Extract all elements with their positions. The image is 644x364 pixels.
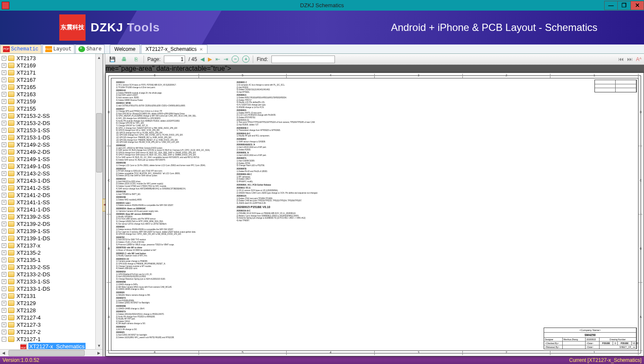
- expand-icon[interactable]: +: [2, 243, 6, 248]
- expand-icon[interactable]: +: [2, 236, 6, 241]
- scroll-left-icon[interactable]: ◀: [0, 350, 7, 357]
- copy-icon[interactable]: ⎘: [132, 55, 140, 64]
- tree-item[interactable]: +XT2141-1-DS: [2, 206, 102, 213]
- tree-item[interactable]: +XT2129: [2, 300, 102, 307]
- scroll-thumb[interactable]: [96, 113, 102, 172]
- tree-item[interactable]: +XT2153-2-DS: [2, 119, 102, 127]
- find-input[interactable]: [271, 56, 335, 63]
- doc-tab-welcome[interactable]: Welcome: [110, 44, 140, 53]
- vertical-scrollbar[interactable]: ▲ ▼: [95, 54, 102, 349]
- save-icon[interactable]: 💾: [108, 55, 116, 64]
- tree-item[interactable]: +XT2149-2-DS: [2, 148, 102, 156]
- scroll-down-icon[interactable]: ▼: [96, 342, 102, 349]
- tree-item[interactable]: +XT2135-2: [2, 249, 102, 256]
- tree-item[interactable]: +XT2135-1: [2, 256, 102, 264]
- tree-item[interactable]: +XT2169: [2, 62, 102, 69]
- tree-item[interactable]: +XT2127-4: [2, 314, 102, 321]
- tree-item[interactable]: +XT2133-1-DS: [2, 285, 102, 292]
- expand-icon[interactable]: +: [2, 135, 6, 140]
- last-page-icon[interactable]: ⇥: [224, 56, 228, 62]
- expand-icon[interactable]: +: [2, 178, 6, 183]
- close-tab-icon[interactable]: ✕: [199, 47, 203, 52]
- expand-icon[interactable]: +: [2, 157, 6, 161]
- close-button[interactable]: ✕: [630, 1, 644, 10]
- expand-icon[interactable]: +: [2, 99, 6, 104]
- scroll-up-icon[interactable]: ▲: [96, 54, 102, 61]
- scroll-right-icon[interactable]: ▶: [95, 350, 102, 357]
- tree-item[interactable]: +XT2149-1-SS: [2, 156, 102, 163]
- next-page-icon[interactable]: ▶: [208, 56, 212, 62]
- expand-icon[interactable]: +: [2, 106, 6, 111]
- maximize-button[interactable]: ❐: [617, 1, 631, 10]
- page-input[interactable]: [164, 56, 185, 63]
- expand-icon[interactable]: +: [2, 207, 6, 212]
- tree-item[interactable]: +XT2143-1-DS: [2, 177, 102, 184]
- expand-icon[interactable]: +: [2, 222, 6, 226]
- tree-item[interactable]: +XT2153-1-SS: [2, 127, 102, 134]
- expand-icon[interactable]: +: [2, 265, 6, 270]
- find-next-icon[interactable]: ⏭: [627, 56, 633, 62]
- device-tree[interactable]: +XT2173+XT2169+XT2171+XT2167+XT2165+XT21…: [0, 54, 102, 349]
- expand-icon[interactable]: +: [2, 308, 6, 313]
- expand-icon[interactable]: +: [2, 142, 6, 147]
- text-size-icon[interactable]: Aᴬ: [636, 56, 641, 62]
- expand-icon[interactable]: +: [2, 150, 6, 154]
- expand-icon[interactable]: +: [2, 128, 6, 133]
- expand-icon[interactable]: +: [2, 56, 6, 61]
- tree-item[interactable]: +XT2153-1-DS: [2, 134, 102, 141]
- tree-item[interactable]: +XT2141-2-DS: [2, 192, 102, 199]
- expand-icon[interactable]: +: [2, 229, 6, 233]
- expand-icon[interactable]: +: [2, 200, 6, 205]
- tree-item[interactable]: +XT2139-1-DS: [2, 235, 102, 242]
- tree-item[interactable]: +XT2127-3: [2, 321, 102, 328]
- tree-item[interactable]: +XT2131: [2, 292, 102, 300]
- zoom-out-icon[interactable]: −: [232, 56, 239, 63]
- collapse-icon[interactable]: −: [2, 337, 6, 342]
- expand-icon[interactable]: +: [2, 279, 6, 284]
- expand-icon[interactable]: +: [2, 186, 6, 190]
- tree-item[interactable]: +XT2139-1-SS: [2, 228, 102, 235]
- tree-child-item[interactable]: XT2127-x_Schematics: [2, 343, 102, 349]
- expand-icon[interactable]: +: [2, 171, 6, 176]
- expand-icon[interactable]: +: [2, 114, 6, 118]
- tree-item[interactable]: +XT2133-1-SS: [2, 278, 102, 285]
- expand-icon[interactable]: +: [2, 164, 6, 169]
- expand-icon[interactable]: +: [2, 63, 6, 68]
- tree-item[interactable]: +XT2141-2-SS: [2, 184, 102, 192]
- tool-tab-schematic[interactable]: PDF Schematic: [0, 44, 41, 53]
- expand-icon[interactable]: +: [2, 92, 6, 97]
- tree-item[interactable]: +XT2163: [2, 91, 102, 98]
- expand-icon[interactable]: +: [2, 258, 6, 262]
- horizontal-scrollbar[interactable]: ◀ ▶: [0, 349, 102, 356]
- tree-item[interactable]: +XT2139-2-DS: [2, 220, 102, 228]
- tree-item[interactable]: +XT2159: [2, 98, 102, 105]
- scroll-thumb[interactable]: [8, 350, 85, 356]
- tree-item[interactable]: +XT2128: [2, 307, 102, 314]
- tree-item[interactable]: +XT2141-1-SS: [2, 199, 102, 206]
- print-icon[interactable]: 🖶: [120, 55, 128, 64]
- tree-item[interactable]: +XT2139-2-SS: [2, 213, 102, 220]
- tree-item[interactable]: +XT2149-2-SS: [2, 141, 102, 148]
- first-page-icon[interactable]: ⇤: [216, 56, 220, 62]
- tree-item[interactable]: +XT2155: [2, 105, 102, 112]
- expand-icon[interactable]: +: [2, 78, 6, 82]
- tool-tab-share[interactable]: + Share: [75, 44, 105, 53]
- tree-item[interactable]: +XT2137-x: [2, 242, 102, 249]
- tree-item[interactable]: +XT2167: [2, 76, 102, 83]
- expand-icon[interactable]: +: [2, 322, 6, 327]
- doc-tab-schematics[interactable]: XT2127-x_Schematics ✕: [141, 44, 207, 53]
- tree-item[interactable]: +XT2143-2-SS: [2, 170, 102, 177]
- expand-icon[interactable]: +: [2, 294, 6, 298]
- expand-icon[interactable]: +: [2, 70, 6, 75]
- tree-item[interactable]: +XT2133-2-DS: [2, 271, 102, 278]
- expand-icon[interactable]: +: [2, 121, 6, 125]
- tree-item[interactable]: +XT2127-2: [2, 328, 102, 336]
- prev-page-icon[interactable]: ◀: [200, 56, 205, 62]
- tree-item[interactable]: +XT2149-1-DS: [2, 163, 102, 170]
- tree-item[interactable]: +XT2173: [2, 55, 102, 62]
- tree-item[interactable]: +XT2165: [2, 83, 102, 91]
- zoom-in-icon[interactable]: +: [242, 56, 249, 63]
- expand-icon[interactable]: +: [2, 214, 6, 219]
- expand-icon[interactable]: +: [2, 250, 6, 255]
- expand-icon[interactable]: +: [2, 286, 6, 291]
